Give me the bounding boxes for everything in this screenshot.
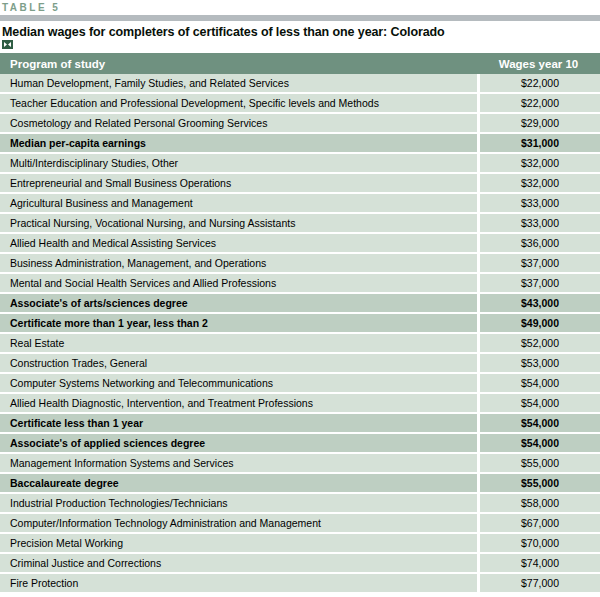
row-wages: $55,000 <box>477 474 600 492</box>
table-row: Business Administration, Management, and… <box>0 254 600 274</box>
row-wages: $43,000 <box>477 294 600 312</box>
report-table-figure: TABLE 5 Median wages for completers of c… <box>0 0 600 597</box>
row-wages: $36,000 <box>477 234 600 252</box>
table-row: Median per-capita earnings $31,000 <box>0 134 600 154</box>
table-row: Construction Trades, General $53,000 <box>0 354 600 374</box>
row-wages: $54,000 <box>477 394 600 412</box>
table-row: Allied Health and Medical Assisting Serv… <box>0 234 600 254</box>
row-wages: $54,000 <box>477 414 600 432</box>
row-wages: $31,000 <box>477 134 600 152</box>
row-program: Multi/Interdisciplinary Studies, Other <box>0 154 477 172</box>
download-icon[interactable] <box>2 40 13 49</box>
row-program: Certificate more than 1 year, less than … <box>0 314 477 332</box>
row-program: Allied Health Diagnostic, Intervention, … <box>0 394 477 412</box>
row-wages: $54,000 <box>477 374 600 392</box>
table-row: Entrepreneurial and Small Business Opera… <box>0 174 600 194</box>
row-program: Real Estate <box>0 334 477 352</box>
row-wages: $29,000 <box>477 114 600 132</box>
table-row: Fire Protection $77,000 <box>0 574 600 594</box>
table-row: Mental and Social Health Services and Al… <box>0 274 600 294</box>
table-row: Associate's of applied sciences degree $… <box>0 434 600 454</box>
table-row: Agricultural Business and Management $33… <box>0 194 600 214</box>
row-program: Human Development, Family Studies, and R… <box>0 74 477 92</box>
row-wages: $22,000 <box>477 94 600 112</box>
row-wages: $67,000 <box>477 514 600 532</box>
table-row: Allied Health Diagnostic, Intervention, … <box>0 394 600 414</box>
row-wages: $22,000 <box>477 74 600 92</box>
table-row: Certificate less than 1 year $54,000 <box>0 414 600 434</box>
row-wages: $32,000 <box>477 174 600 192</box>
row-wages: $74,000 <box>477 554 600 572</box>
row-wages: $37,000 <box>477 274 600 292</box>
table-body: Human Development, Family Studies, and R… <box>0 74 600 594</box>
row-wages: $55,000 <box>477 454 600 472</box>
row-wages: $52,000 <box>477 334 600 352</box>
row-wages: $70,000 <box>477 534 600 552</box>
row-program: Teacher Education and Professional Devel… <box>0 94 477 112</box>
row-program: Allied Health and Medical Assisting Serv… <box>0 234 477 252</box>
table-row: Real Estate $52,000 <box>0 334 600 354</box>
table-row: Industrial Production Technologies/Techn… <box>0 494 600 514</box>
row-program: Construction Trades, General <box>0 354 477 372</box>
row-program: Practical Nursing, Vocational Nursing, a… <box>0 214 477 232</box>
figure-title: Median wages for completers of certifica… <box>2 26 596 39</box>
row-wages: $77,000 <box>477 574 600 592</box>
table-row: Baccalaureate degree $55,000 <box>0 474 600 494</box>
table-row: Computer Systems Networking and Telecomm… <box>0 374 600 394</box>
row-program: Management Information Systems and Servi… <box>0 454 477 472</box>
row-program: Entrepreneurial and Small Business Opera… <box>0 174 477 192</box>
table-number-label: TABLE 5 <box>0 0 600 13</box>
row-program: Certificate less than 1 year <box>0 414 477 432</box>
row-program: Associate's of arts/sciences degree <box>0 294 477 312</box>
table-header-row: Program of study Wages year 10 <box>0 53 600 74</box>
row-wages: $54,000 <box>477 434 600 452</box>
row-program: Computer/Information Technology Administ… <box>0 514 477 532</box>
table-row: Multi/Interdisciplinary Studies, Other $… <box>0 154 600 174</box>
column-header-wages: Wages year 10 <box>477 58 600 70</box>
table-row: Certificate more than 1 year, less than … <box>0 314 600 334</box>
row-program: Fire Protection <box>0 574 477 592</box>
row-wages: $33,000 <box>477 214 600 232</box>
divider-bar <box>0 15 600 21</box>
row-program: Computer Systems Networking and Telecomm… <box>0 374 477 392</box>
row-wages: $37,000 <box>477 254 600 272</box>
row-wages: $58,000 <box>477 494 600 512</box>
row-program: Mental and Social Health Services and Al… <box>0 274 477 292</box>
table-row: Management Information Systems and Servi… <box>0 454 600 474</box>
table-row: Human Development, Family Studies, and R… <box>0 74 600 94</box>
row-program: Industrial Production Technologies/Techn… <box>0 494 477 512</box>
row-program: Cosmetology and Related Personal Groomin… <box>0 114 477 132</box>
row-program: Criminal Justice and Corrections <box>0 554 477 572</box>
row-wages: $32,000 <box>477 154 600 172</box>
row-program: Business Administration, Management, and… <box>0 254 477 272</box>
table-row: Practical Nursing, Vocational Nursing, a… <box>0 214 600 234</box>
row-program: Precision Metal Working <box>0 534 477 552</box>
row-program: Baccalaureate degree <box>0 474 477 492</box>
table-row: Computer/Information Technology Administ… <box>0 514 600 534</box>
row-program: Median per-capita earnings <box>0 134 477 152</box>
row-program: Associate's of applied sciences degree <box>0 434 477 452</box>
row-wages: $49,000 <box>477 314 600 332</box>
column-header-program: Program of study <box>0 58 477 70</box>
table-row: Precision Metal Working $70,000 <box>0 534 600 554</box>
row-wages: $53,000 <box>477 354 600 372</box>
table-row: Cosmetology and Related Personal Groomin… <box>0 114 600 134</box>
table-row: Criminal Justice and Corrections $74,000 <box>0 554 600 574</box>
row-wages: $33,000 <box>477 194 600 212</box>
table-row: Teacher Education and Professional Devel… <box>0 94 600 114</box>
row-program: Agricultural Business and Management <box>0 194 477 212</box>
table-row: Associate's of arts/sciences degree $43,… <box>0 294 600 314</box>
